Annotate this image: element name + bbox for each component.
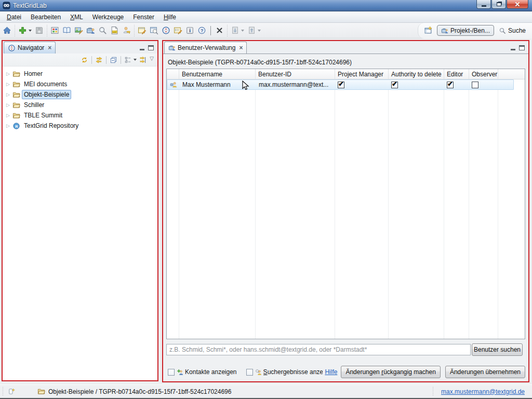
aggregation-book-button[interactable] — [61, 24, 73, 37]
table-row[interactable]: Max Mustermann max.mustermann@text... — [167, 79, 514, 90]
collapse-all-icon — [110, 56, 117, 64]
new-object-button[interactable] — [17, 24, 33, 37]
expand-arrow-icon[interactable]: ▷ — [5, 113, 11, 118]
object-info-button[interactable]: i — [184, 24, 196, 37]
aenderungen-rueckgaengig-button[interactable]: Änderungen rückgangig machen — [341, 366, 440, 378]
toolbar-separator — [226, 25, 229, 36]
benutzer-suchen-button[interactable]: Benutzer suchen — [472, 343, 523, 356]
column-header-project-manager[interactable]: Project Manager — [335, 69, 389, 79]
fast-view-icon[interactable] — [8, 388, 16, 395]
xml-editor-button[interactable]: xml — [109, 24, 121, 37]
column-header-benutzer-id[interactable]: Benutzer-ID — [256, 69, 335, 79]
user-role-button[interactable] — [121, 24, 132, 37]
view-minimize-icon[interactable] — [140, 49, 144, 50]
text-editor-button[interactable] — [136, 24, 148, 37]
folder-icon — [12, 91, 20, 99]
tab-close-icon[interactable]: × — [48, 45, 51, 51]
search-button[interactable] — [97, 24, 109, 37]
refresh-button[interactable] — [79, 54, 89, 65]
collapse-all-button[interactable] — [109, 54, 118, 65]
home-icon — [3, 26, 11, 35]
table-gridlines — [167, 69, 525, 339]
suchergebnisse-anzeigen-checkbox[interactable] — [246, 369, 253, 376]
window-close-button[interactable]: ✕ — [507, 0, 528, 9]
hilfe-link[interactable]: Hilfe — [325, 368, 337, 376]
delete-button[interactable] — [214, 24, 225, 37]
editor-footer: Kontakte anzeigen Suchergebnisse anzeige… — [168, 365, 525, 379]
tree-layout-button[interactable] — [123, 54, 138, 65]
expand-arrow-icon[interactable]: ▷ — [5, 123, 11, 128]
metadata-search-button[interactable] — [148, 24, 160, 37]
logged-in-user-link[interactable]: max.mustermann@textgrid.de — [441, 388, 525, 395]
tab-label: Benutzer-Verwaltung — [178, 44, 235, 51]
kontakte-anzeigen-checkbox[interactable] — [168, 369, 175, 376]
column-header-benutzername[interactable]: Benutzername — [179, 69, 256, 79]
svg-text:xml: xml — [113, 31, 116, 33]
metadata-editor-button[interactable] — [172, 24, 184, 37]
expand-arrow-icon[interactable]: ▷ — [5, 92, 11, 97]
tab-benutzer-verwaltung[interactable]: Benutzer-Verwaltung × — [164, 42, 247, 54]
menu-xml[interactable]: XML — [65, 12, 88, 22]
menu-werkzeuge[interactable]: Werkzeuge — [88, 12, 128, 22]
authority-to-delete-checkbox[interactable] — [391, 82, 398, 88]
perspective-suche-button[interactable]: Suche — [497, 27, 528, 34]
menu-hilfe[interactable]: Hilfe — [159, 12, 181, 22]
navigator-compass-icon — [8, 44, 16, 52]
link-editor-button[interactable] — [138, 54, 148, 65]
tree-item-tble-summit[interactable]: ▷ TBLE Summit — [3, 110, 157, 121]
column-header-authority-to-delete[interactable]: Authority to delete — [389, 69, 444, 79]
perspective-projekt-benutzer-button[interactable]: Projekt-/Ben... — [437, 25, 494, 36]
expand-arrow-icon[interactable]: ▷ — [5, 82, 11, 87]
menu-bearbeiten[interactable]: Bearbeiten — [26, 12, 65, 22]
menu-datei[interactable]: Datei — [2, 12, 26, 22]
editor-maximize-icon[interactable] — [519, 45, 525, 50]
project-manager-checkbox[interactable] — [338, 82, 344, 88]
navigator-toolbar: ▽ — [3, 54, 157, 66]
search-perspective-icon — [499, 27, 506, 34]
help-button[interactable]: ? — [196, 24, 208, 37]
navigator-compass-button[interactable] — [160, 24, 172, 37]
project-user-admin-button[interactable] — [85, 24, 97, 37]
import-button[interactable] — [229, 24, 246, 37]
view-maximize-icon[interactable] — [148, 45, 154, 50]
expand-arrow-icon[interactable]: ▷ — [5, 102, 11, 108]
editor-checkbox[interactable] — [447, 82, 454, 88]
window-minimize-button[interactable] — [476, 0, 491, 9]
status-selection-text: Objekt-Beispiele / TGPR-b0714a0c-d915-15… — [48, 388, 231, 395]
textgridlab-window: TextGridLab ✕ Datei Bearbeiten XML Werkz… — [0, 0, 532, 399]
column-header-icon[interactable] — [167, 69, 179, 79]
user-search-input[interactable] — [166, 344, 471, 355]
window-title: TextGridLab — [13, 2, 47, 9]
tree-item-schiller[interactable]: ▷ Schiller — [3, 100, 157, 110]
save-button[interactable] — [33, 24, 45, 37]
user-admin-tab-icon — [168, 44, 176, 51]
toolbar-separator — [121, 56, 121, 64]
open-perspective-button[interactable] — [422, 24, 434, 37]
app-logo-icon — [3, 2, 10, 9]
toolbar-separator — [91, 56, 92, 64]
tree-item-objekt-beispiele[interactable]: ▷ Objekt-Beispiele — [3, 89, 157, 100]
tab-navigator[interactable]: Navigator × — [4, 42, 56, 54]
tab-close-icon[interactable]: × — [239, 45, 243, 51]
editor-content: Objekt-Beispiele (TGPR-b0714a0c-d915-15f… — [163, 54, 528, 381]
column-header-observer[interactable]: Observer — [469, 69, 498, 79]
export-button[interactable] — [246, 24, 262, 37]
expand-arrow-icon[interactable]: ▷ — [5, 71, 11, 76]
object-palette-button[interactable] — [49, 24, 61, 37]
view-menu-icon[interactable]: ▽ — [148, 56, 156, 64]
column-header-editor[interactable]: Editor — [444, 69, 469, 79]
image-editor-button[interactable] — [73, 24, 85, 37]
close-icon: ✕ — [515, 1, 521, 8]
sync-button[interactable] — [94, 54, 104, 65]
tree-item-textgrid-repository[interactable]: ▷ R TextGrid Repository — [3, 121, 157, 131]
tree-item-mei-documents[interactable]: ▷ MEI documents — [3, 79, 157, 89]
menu-fenster[interactable]: Fenster — [128, 12, 159, 22]
home-button[interactable] — [1, 24, 13, 37]
observer-checkbox[interactable] — [472, 82, 478, 88]
editor-minimize-icon[interactable] — [511, 49, 515, 50]
tree-item-homer[interactable]: ▷ Homer — [3, 69, 157, 79]
aenderungen-uebernehmen-button[interactable]: Änderungen übernehmen — [445, 366, 525, 378]
window-restore-button[interactable] — [491, 0, 506, 9]
restore-icon — [497, 2, 501, 6]
sync-icon — [95, 56, 103, 64]
